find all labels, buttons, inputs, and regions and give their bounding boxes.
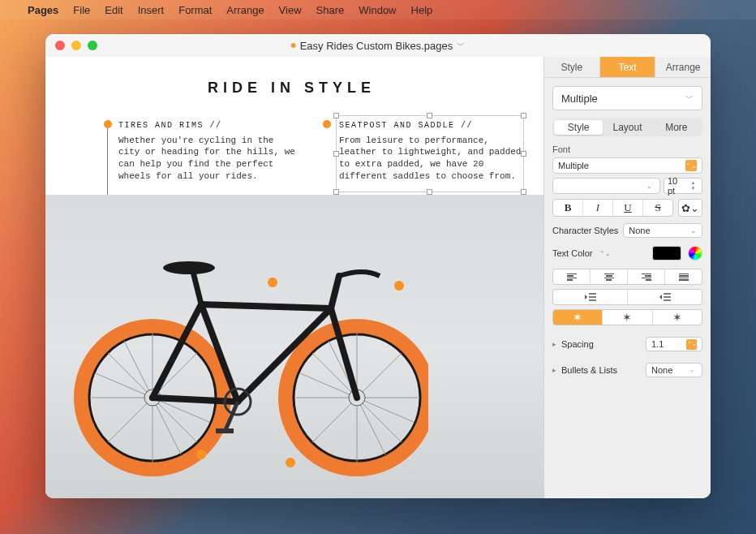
- paragraph-style-select[interactable]: Multiple ﹀: [552, 86, 702, 110]
- inspector-tabs: Style Text Arrange: [544, 57, 711, 78]
- svg-point-45: [286, 458, 295, 467]
- spacing-row: ▸ Spacing 1.1 ⌃⌄: [552, 337, 702, 351]
- svg-line-11: [152, 398, 181, 454]
- strikethrough-button[interactable]: S: [643, 200, 672, 216]
- italic-button[interactable]: I: [583, 200, 613, 216]
- text-style-buttons: B I U S: [552, 199, 673, 217]
- valign-middle-button[interactable]: ✶: [603, 310, 652, 325]
- bicycle-image[interactable]: [71, 211, 428, 487]
- window-title[interactable]: Easy Rides Custom Bikes.pages ﹀: [291, 40, 466, 52]
- svg-line-22: [357, 398, 402, 442]
- svg-line-9: [108, 398, 152, 442]
- spacing-select[interactable]: 1.1 ⌃⌄: [646, 337, 702, 351]
- resize-handle[interactable]: [427, 189, 432, 195]
- underline-button[interactable]: U: [613, 200, 643, 216]
- text-block-tires[interactable]: TIRES AND RIMS // Whether you're cycling…: [118, 120, 297, 183]
- disclosure-triangle-icon[interactable]: ▸: [552, 340, 556, 348]
- resize-handle[interactable]: [521, 151, 526, 157]
- menu-help[interactable]: Help: [411, 4, 433, 16]
- resize-handle[interactable]: [333, 151, 339, 157]
- chevron-icon: ⌄: [643, 180, 655, 192]
- app-menu[interactable]: Pages: [28, 4, 58, 16]
- align-right-button[interactable]: [628, 269, 665, 284]
- bullets-value: None: [651, 365, 672, 375]
- subtab-layout[interactable]: Layout: [603, 120, 651, 135]
- tab-arrange[interactable]: Arrange: [655, 57, 711, 77]
- svg-line-36: [331, 276, 339, 308]
- svg-line-37: [193, 272, 201, 304]
- tab-style[interactable]: Style: [544, 57, 600, 77]
- increase-indent-button[interactable]: [628, 290, 702, 304]
- font-family-value: Multiple: [558, 161, 589, 170]
- svg-line-26: [357, 398, 385, 454]
- menu-insert[interactable]: Insert: [138, 4, 165, 16]
- menu-arrange[interactable]: Arrange: [226, 4, 264, 16]
- menu-file[interactable]: File: [73, 4, 90, 16]
- decrease-indent-button[interactable]: [553, 290, 628, 304]
- font-style-select[interactable]: ⌄: [552, 178, 660, 194]
- titlebar[interactable]: Easy Rides Custom Bikes.pages ﹀: [45, 34, 711, 57]
- page-heading[interactable]: RIDE IN STYLE: [208, 80, 376, 97]
- bullets-select[interactable]: None ⌄: [646, 363, 702, 377]
- menu-format[interactable]: Format: [178, 4, 212, 16]
- subtab-style[interactable]: Style: [554, 120, 603, 135]
- chevron-down-icon: ⌄: [690, 226, 697, 235]
- align-left-button[interactable]: [553, 269, 591, 284]
- font-label: Font: [552, 144, 702, 154]
- document-window: Easy Rides Custom Bikes.pages ﹀ RIDE IN …: [45, 34, 711, 498]
- spacing-value: 1.1: [651, 339, 664, 349]
- character-styles-label: Character Styles: [552, 226, 618, 235]
- svg-line-6: [108, 353, 152, 398]
- align-center-button[interactable]: [591, 269, 628, 284]
- horizontal-alignment: [552, 269, 702, 285]
- minimize-button[interactable]: [71, 41, 81, 50]
- document-canvas[interactable]: RIDE IN STYLE TIRES AND RIMS // Whether …: [45, 57, 543, 498]
- character-styles-value: None: [629, 226, 650, 235]
- subtab-more[interactable]: More: [652, 120, 701, 135]
- svg-line-7: [152, 398, 197, 442]
- zoom-button[interactable]: [88, 41, 97, 50]
- document-title-text: Easy Rides Custom Bikes.pages: [300, 40, 453, 52]
- color-picker-button[interactable]: [688, 246, 702, 261]
- callout-dot: [104, 120, 112, 128]
- svg-line-28: [357, 398, 414, 422]
- title-chevron-icon: ﹀: [457, 40, 465, 51]
- menu-view[interactable]: View: [279, 4, 302, 16]
- stepper-icon[interactable]: ▲▼: [688, 180, 698, 192]
- resize-handle[interactable]: [333, 113, 339, 118]
- font-family-select[interactable]: Multiple ⌃⌄: [552, 157, 702, 174]
- text-color-swatch[interactable]: [652, 246, 681, 261]
- vertical-alignment: ✶ ✶ ✶: [552, 309, 702, 325]
- chevron-icon: ⌃⌄: [686, 339, 697, 350]
- menu-window[interactable]: Window: [359, 4, 396, 16]
- resize-handle[interactable]: [521, 113, 526, 118]
- valign-bottom-button[interactable]: ✶: [653, 310, 702, 325]
- resize-handle[interactable]: [427, 113, 432, 118]
- inspector-sidebar: Style Text Arrange Multiple ﹀ Style Layo…: [543, 57, 711, 498]
- resize-handle[interactable]: [333, 189, 339, 195]
- text-block-body: Whether you're cycling in the city or he…: [118, 135, 297, 183]
- svg-point-43: [394, 281, 404, 291]
- svg-line-12: [96, 373, 152, 398]
- font-size-input[interactable]: 10 pt ▲▼: [664, 178, 702, 194]
- chevron-down-icon: ⌄: [686, 365, 697, 376]
- tab-text[interactable]: Text: [600, 57, 656, 77]
- valign-top-button[interactable]: ✶: [553, 310, 603, 325]
- character-styles-select[interactable]: None ⌄: [623, 223, 702, 238]
- selection-box: [336, 115, 524, 192]
- text-sub-tabs: Style Layout More: [552, 118, 702, 136]
- updown-icon[interactable]: ⌃⌄: [599, 250, 611, 257]
- chevron-down-icon: ﹀: [685, 93, 694, 104]
- svg-line-10: [124, 341, 152, 398]
- spacing-label: Spacing: [561, 339, 594, 349]
- disclosure-triangle-icon[interactable]: ▸: [552, 366, 556, 374]
- resize-handle[interactable]: [521, 189, 526, 195]
- menu-share[interactable]: Share: [316, 4, 345, 16]
- svg-line-24: [312, 398, 357, 442]
- bold-button[interactable]: B: [553, 200, 583, 216]
- indent-controls: [552, 289, 702, 305]
- align-justify-button[interactable]: [665, 269, 702, 284]
- menu-edit[interactable]: Edit: [105, 4, 122, 16]
- close-button[interactable]: [55, 41, 65, 50]
- advanced-options-button[interactable]: ✿⌄: [678, 199, 702, 217]
